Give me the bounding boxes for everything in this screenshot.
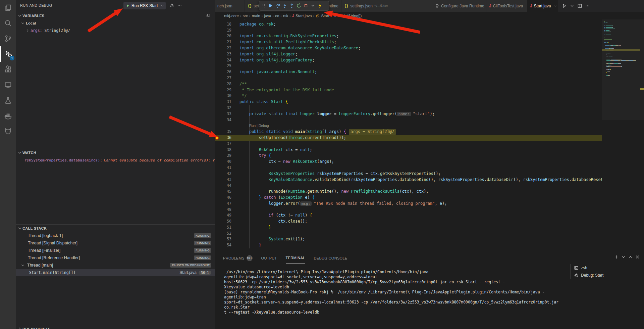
line-number[interactable]: 32 (219, 105, 231, 111)
breadcrumb-item[interactable]: java (264, 14, 271, 18)
line-number[interactable]: 23 (219, 51, 231, 57)
tab-clitoolstest-java[interactable]: JCliToolsTest.java (486, 0, 527, 12)
code-line-38[interactable]: 38 RskContext ctx = null; (215, 147, 644, 153)
code-line-23[interactable]: 23import org.slf4j.Logger; (215, 51, 644, 57)
code-line-54[interactable]: 54 } (215, 242, 644, 248)
panel-tab-output[interactable]: OUTPUT (261, 252, 277, 264)
variables-header[interactable]: VARIABLES (16, 12, 215, 19)
tab-start-java[interactable]: JStart.java (527, 0, 558, 12)
code-line-20[interactable]: 20import co.rsk.config.RskSystemProperti… (215, 33, 644, 39)
debug-grip-icon[interactable] (260, 2, 267, 10)
close-icon[interactable] (553, 4, 557, 8)
code-line-41[interactable]: 41 (215, 165, 644, 171)
line-number[interactable]: 27 (219, 75, 231, 81)
panel-tab-debug-console[interactable]: DEBUG CONSOLE (314, 252, 347, 264)
code-line-51[interactable]: 51 } (215, 225, 644, 231)
more-actions-icon[interactable] (177, 3, 182, 8)
tab-nch-json[interactable]: nch.json (215, 0, 245, 12)
call-stack-thread[interactable]: Thread [logback-1]RUNNING (16, 232, 215, 239)
line-number[interactable]: 43 (219, 177, 231, 183)
activity-source-control-icon[interactable] (0, 31, 16, 46)
code-editor[interactable]: 17 */ 18package co.rsk; 19 20import co.r… (215, 19, 644, 252)
line-number[interactable]: 45 (219, 189, 231, 195)
code-line-35[interactable]: 35 public static void main(String[] args… (215, 129, 644, 135)
line-number[interactable]: 48 (219, 207, 231, 213)
terminal-output[interactable]: /usr/bin/env /Library/Internet\ Plug-Ins… (224, 270, 566, 315)
breadcrumb-item[interactable]: main(String[]) (333, 14, 362, 18)
panel-plus-icon[interactable] (614, 254, 619, 260)
line-number[interactable]: 33 (219, 111, 231, 117)
code-line-53[interactable]: 53 System.exit(1); (215, 236, 644, 242)
line-number[interactable]: 35 (219, 129, 231, 135)
code-line-31[interactable]: 31public class Start { (215, 99, 644, 105)
breadcrumb-item[interactable]: main (252, 14, 260, 18)
line-number[interactable]: 44 (219, 183, 231, 189)
line-number[interactable]: 22 (219, 45, 231, 51)
activity-docker-icon[interactable] (0, 108, 16, 124)
stack-frame-selected[interactable]: Start.main(String[]) Start.java 36:1 (16, 269, 215, 276)
breadcrumb-item[interactable]: co (275, 14, 279, 18)
gear-icon[interactable] (169, 3, 174, 8)
chevron-down-icon[interactable] (569, 3, 575, 9)
code-line-32[interactable]: 32 (215, 105, 644, 111)
debug-continue-icon[interactable] (267, 2, 274, 10)
panel-tab-terminal[interactable]: TERMINAL (286, 252, 305, 264)
breadcrumb-item[interactable]: JStart.java (292, 14, 312, 18)
overlapping-squares-icon[interactable] (206, 13, 211, 18)
line-number[interactable]: 20 (219, 33, 231, 39)
code-line-37[interactable]: 37 (215, 141, 644, 147)
line-number[interactable]: 49 (219, 213, 231, 219)
watch-header[interactable]: WATCH (16, 149, 215, 156)
activity-explorer-icon[interactable] (0, 0, 16, 15)
breadcrumb-item[interactable]: rskj-core (224, 14, 239, 18)
code-line-45[interactable]: 45 runNode(Runtime.getRuntime(), new Pre… (215, 189, 644, 195)
line-number[interactable]: 39 (219, 153, 231, 159)
debug-step-out-icon[interactable] (288, 2, 295, 10)
scrollbar[interactable] (602, 19, 644, 120)
breakpoint-current-line-icon[interactable] (215, 136, 219, 140)
code-line-50[interactable]: 50 ctx.close(); (215, 219, 644, 225)
activity-run-and-debug-icon[interactable]: 1 (0, 46, 16, 62)
code-line-42[interactable]: 42 RskSystemProperties rskSystemProperti… (215, 171, 644, 177)
activity-extensions-icon[interactable] (0, 62, 16, 77)
debug-chevron-down-icon[interactable] (309, 2, 316, 10)
code-line-19[interactable]: 19 (215, 28, 644, 34)
code-line-46[interactable]: 46 } catch (Exception e) { (215, 195, 644, 201)
line-number[interactable]: 28 (219, 81, 231, 87)
line-number[interactable]: 51 (219, 225, 231, 231)
variables-scope-local[interactable]: Local (16, 19, 215, 27)
code-line-26[interactable]: 26import javax.annotation.Nonnull; (215, 69, 644, 75)
tab-settings-json[interactable]: {}settings.json~/.../User (341, 0, 432, 12)
call-stack-thread[interactable]: Thread [Reference Handler]RUNNING (16, 254, 215, 262)
call-stack-thread[interactable]: Thread [Finalizer]RUNNING (16, 247, 215, 254)
chevron-down-icon[interactable] (158, 2, 166, 9)
panel-close-icon[interactable] (635, 254, 640, 260)
codelens-run-debug[interactable]: Run | Debug (239, 123, 269, 129)
activity-fox-icon[interactable] (0, 124, 16, 139)
code-line-25[interactable]: 25 (215, 63, 644, 69)
code-line-52[interactable]: 52 (215, 231, 644, 237)
debug-bolt-icon[interactable] (316, 2, 323, 10)
code-line-21[interactable]: 21import co.rsk.util.PreflightChecksUtil… (215, 39, 644, 45)
activity-search-icon[interactable] (0, 15, 16, 31)
more-icon[interactable] (584, 3, 591, 9)
line-number[interactable]: 30 (219, 93, 231, 99)
code-line-40[interactable]: 40 ctx = new RskContext(args); (215, 159, 644, 165)
line-number[interactable]: 50 (219, 219, 231, 225)
terminal-session-zsh[interactable]: zsh (571, 264, 641, 272)
play-outline-icon[interactable] (561, 3, 568, 9)
line-number[interactable]: 26 (219, 69, 231, 75)
line-number[interactable]: 29 (219, 87, 231, 93)
terminal-session-debug-start[interactable]: Debug: Start (571, 272, 641, 279)
run-config-dropdown[interactable]: Run RSK Start (123, 2, 166, 9)
line-number[interactable]: 41 (219, 165, 231, 171)
code-line-33[interactable]: 33 private static final Logger logger = … (215, 111, 644, 117)
panel-tab-problems[interactable]: PROBLEMS1K+ (223, 252, 253, 264)
line-number[interactable]: 54 (219, 242, 231, 248)
code-line-49[interactable]: 49 if (ctx != null) { (215, 213, 644, 219)
breadcrumb-item[interactable]: rsk (283, 14, 288, 18)
line-number[interactable]: 52 (219, 231, 231, 237)
debug-stop-icon[interactable] (302, 2, 309, 10)
line-number[interactable]: 47 (219, 201, 231, 207)
tab-configure-java-runtime[interactable]: Configure Java Runtime (432, 0, 486, 12)
